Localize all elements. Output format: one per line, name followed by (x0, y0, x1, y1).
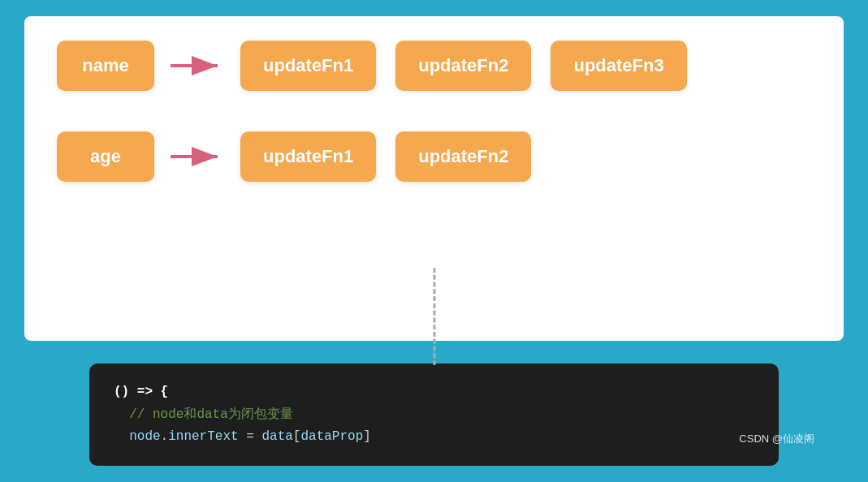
fn-boxes-age: updateFn1 updateFn2 (240, 131, 531, 182)
fn-box-age-1: updateFn1 (240, 131, 376, 182)
code-line-1: () => { (114, 381, 754, 403)
fn-box-name-3: updateFn3 (551, 41, 686, 91)
arrow-age (169, 142, 226, 171)
dashed-line (433, 268, 435, 365)
main-container: name updateFn1 updateFn2 updateFn3 (24, 16, 844, 466)
code-box: () => { // node和data为闭包变量 node.innerText… (89, 364, 779, 466)
code-line-3: node.innerText = data[dataProp] (114, 426, 754, 448)
fn-box-age-2: updateFn2 (395, 131, 531, 182)
diagram-row-age: age updateFn1 updateFn2 (57, 131, 811, 182)
code-line-2: // node和data为闭包变量 (114, 404, 754, 426)
fn-box-name-1: updateFn1 (240, 41, 376, 91)
arrow-name (169, 51, 226, 80)
fn-box-name-2: updateFn2 (395, 41, 531, 91)
key-box-name: name (57, 41, 154, 91)
fn-boxes-name: updateFn1 updateFn2 updateFn3 (240, 41, 687, 91)
watermark: CSDN @仙凌阁 (739, 432, 814, 446)
key-box-age: age (57, 131, 154, 182)
diagram-row-name: name updateFn1 updateFn2 updateFn3 (57, 41, 811, 91)
